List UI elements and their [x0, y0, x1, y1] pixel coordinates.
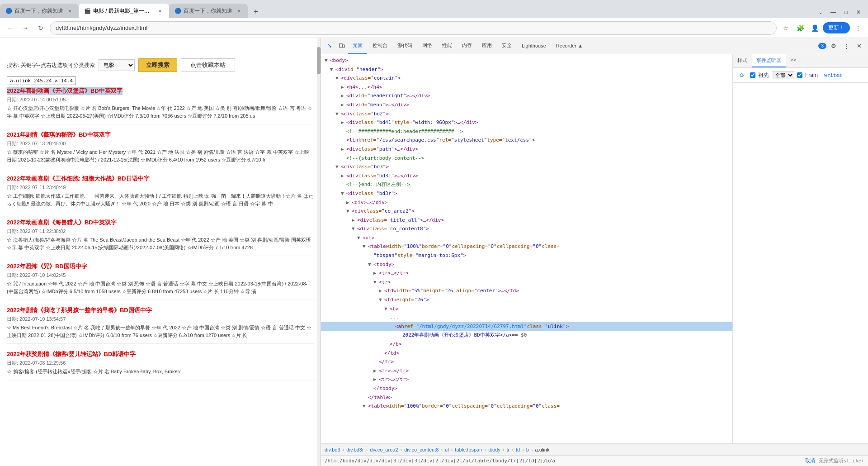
dom-line-bd3r[interactable]: ▼ <div class="bd3r">: [321, 189, 732, 198]
movie-title-4[interactable]: 2022年动画喜剧《海兽猎人》BD中英双字: [7, 219, 314, 227]
bookmark-star-button[interactable]: ☆: [779, 22, 792, 34]
movie-title-7[interactable]: 2022年获奖剧情《掮客/婴儿转运站》BD韩语中字: [7, 350, 314, 358]
extension-puzzle-button[interactable]: 🧩: [794, 22, 807, 34]
devtools-tab-performance[interactable]: 性能: [438, 38, 457, 54]
forward-button[interactable]: →: [19, 22, 32, 34]
update-button[interactable]: 更新！: [823, 22, 850, 33]
devtools-tab-sources[interactable]: 源代码: [393, 38, 417, 54]
dom-line-coarea2[interactable]: ▼ <div class="co_area2">: [321, 207, 732, 216]
dom-line-tr3[interactable]: ▶ <tr>…</tr>: [321, 366, 732, 376]
dom-line-link[interactable]: <link href="/css/searchpage.css" rel="st…: [321, 136, 732, 145]
dom-line-tr1[interactable]: ▶ <tr>…</tr>: [321, 269, 732, 278]
dom-line-table-close[interactable]: </table>: [321, 393, 732, 402]
search-category-select[interactable]: 电影: [99, 59, 135, 71]
frame-checkbox[interactable]: [797, 72, 802, 78]
devtools-tab-recorder[interactable]: Recorder ▲: [552, 38, 587, 54]
devtools-tab-lighthouse[interactable]: Lighthouse: [517, 38, 551, 54]
dom-line-contain[interactable]: ▼ <div class="contain">: [321, 74, 732, 83]
devtools-tab-application[interactable]: 应用: [477, 38, 496, 54]
dom-line-comment1[interactable]: <!--###########end:header###########-->: [321, 127, 732, 136]
dom-line-path[interactable]: ▶ <div class="path">…</div>: [321, 145, 732, 154]
new-tab-button[interactable]: +: [250, 5, 262, 18]
tab-3[interactable]: 🔵 百度一下，你就知道 ✕: [169, 4, 248, 18]
dom-toggle-body[interactable]: ▼: [325, 57, 330, 65]
devtools-tab-network[interactable]: 网络: [418, 38, 437, 54]
refresh-button[interactable]: ↻: [34, 22, 47, 34]
dom-line-a-text[interactable]: 2022年喜剧动画《开心汉堡店》BD中英双字</a> == $0: [321, 331, 732, 340]
dom-line-b-close[interactable]: </b>: [321, 340, 732, 349]
dom-line-ellipsis[interactable]: ...: [321, 313, 732, 322]
dom-line-titleall[interactable]: ▶ <div class="title_all">…</div>: [321, 216, 732, 225]
dom-line-table1-cont[interactable]: "tbspan" style="margin-top:6px">: [321, 251, 732, 260]
search-button[interactable]: 立即搜索: [138, 58, 177, 72]
dom-line-tr2[interactable]: ▼ <tr>: [321, 278, 732, 287]
dom-line-h4[interactable]: ▶ <h4>...</h4>: [321, 83, 732, 92]
event-refresh-button[interactable]: ⟳: [736, 70, 747, 81]
dom-line-table1[interactable]: ▼ <table width="100%" border="0" cellspa…: [321, 242, 732, 251]
movie-title-6[interactable]: 2022年剧情《我吃了那男孩一整年的早餐》BD国语中字: [7, 306, 314, 314]
dom-line-bd31[interactable]: ▶ <div class="bd31">…</div>: [321, 171, 732, 181]
dom-line-tr-close[interactable]: </tr>: [321, 357, 732, 366]
devtools-device-mode[interactable]: [336, 41, 347, 52]
breadcrumb-tbspan[interactable]: table.tbspan: [455, 447, 482, 452]
dom-line-bd2[interactable]: ▼ <div class="bd2">: [321, 109, 732, 119]
devtools-tab-console[interactable]: 控制台: [368, 38, 392, 54]
dom-line-td2[interactable]: ▼ <td height="26">: [321, 295, 732, 304]
dom-line-td-close[interactable]: </td>: [321, 349, 732, 358]
tab-1-close[interactable]: ✕: [66, 7, 73, 14]
dom-line-tr4[interactable]: ▶ <tr>…</tr>: [321, 375, 732, 384]
more-right-tabs[interactable]: >>: [786, 54, 801, 67]
xpath-cancel-button[interactable]: 取消: [805, 457, 815, 464]
dom-line-bd3[interactable]: ▼ <div class="bd3">: [321, 162, 732, 171]
dom-line-tbody[interactable]: ▼ <tbody>: [321, 260, 732, 269]
devtools-close[interactable]: ✕: [854, 41, 864, 52]
breadcrumb-aulink[interactable]: a.ulink: [535, 447, 550, 452]
dom-line-cocontent8[interactable]: ▼ <div class="co_content8">: [321, 224, 732, 233]
event-listener-tab[interactable]: 事件监听器: [752, 54, 786, 67]
maximize-button[interactable]: □: [840, 6, 852, 18]
tab-2[interactable]: 🎬 电影 / 最新电影_第一电影天堂 ✕: [79, 4, 169, 18]
back-button[interactable]: ←: [4, 22, 16, 34]
dom-line-ul[interactable]: ▼ <ul>: [321, 233, 732, 243]
devtools-tab-memory[interactable]: 内存: [458, 38, 476, 54]
movie-title-1[interactable]: 2022年喜剧动画《开心汉堡店》BD中英双字: [7, 87, 123, 95]
dom-line-bd41[interactable]: ▶ <div class="bd41" style="width: 960px"…: [321, 118, 732, 127]
devtools-select-element[interactable]: [325, 41, 335, 52]
dom-line-td1[interactable]: ▶ <td width="5%" height="26" align="cent…: [321, 286, 732, 295]
ancestor-checkbox[interactable]: [750, 72, 755, 78]
movie-title-3[interactable]: 2022年动画喜剧《工作细胞: 细胞大作战》BD日语中字: [7, 175, 314, 183]
dom-line-table2[interactable]: ▼ <table width="100%" border="0" cellspa…: [321, 402, 732, 411]
movie-title-5[interactable]: 2022年恐怖《咒》BD国语中字: [7, 262, 314, 271]
dom-line-comment3[interactable]: <!--}end: 内容区左侧-->: [321, 180, 732, 189]
tab-1[interactable]: 🔵 百度一下，你就知道 ✕: [0, 4, 79, 18]
dom-line-headerright[interactable]: ▶ <div id="headerright">…</div>: [321, 91, 732, 100]
dom-panel[interactable]: ▼ <body> ▼ <div id="header"> ▼ <div clas…: [321, 54, 732, 443]
devtools-more[interactable]: ⋮: [841, 41, 852, 52]
tab-2-close[interactable]: ✕: [156, 7, 164, 14]
breadcrumb-b[interactable]: b: [526, 447, 529, 452]
address-bar[interactable]: dytt8.net/html/gndy/dyzz/index.html: [50, 21, 777, 35]
movie-title-2[interactable]: 2021年剧情《薇琪的秘密》BD中英双字: [7, 131, 314, 139]
dom-line-menu[interactable]: ▶ <div id="menu">…</div>: [321, 100, 732, 109]
breadcrumb-coarea2[interactable]: div.co_area2: [370, 447, 398, 452]
scroll-thumb[interactable]: [317, 47, 321, 74]
breadcrumb-td[interactable]: td: [516, 447, 520, 452]
breadcrumb-bd3[interactable]: div.bd3: [325, 447, 340, 452]
devtools-tab-elements[interactable]: 元素: [348, 38, 367, 54]
breadcrumb-bd3r[interactable]: div.bd3r: [346, 447, 363, 452]
breadcrumb-ul[interactable]: ul: [445, 447, 449, 452]
dom-line-a-selected[interactable]: <a href="/html/gndy/dyzz/20220714/62797.…: [321, 322, 732, 331]
breadcrumb-cocontent8[interactable]: div.co_content8: [404, 447, 439, 452]
devtools-tab-security[interactable]: 安全: [497, 38, 516, 54]
tab-list-button[interactable]: ⌄: [815, 6, 826, 18]
scroll-indicator[interactable]: [317, 38, 321, 466]
breadcrumb-tr[interactable]: tr: [507, 447, 510, 452]
breadcrumb-tbody[interactable]: tbody: [488, 447, 500, 452]
dom-line-comment2[interactable]: <!--{start:body content-->: [321, 154, 732, 163]
profile-button[interactable]: 👤: [808, 22, 821, 34]
dom-line-div-collapsed[interactable]: ▶ <div>…</div>: [321, 198, 732, 207]
dom-line-b[interactable]: ▼ <b>: [321, 304, 732, 314]
more-button[interactable]: ⋮: [852, 22, 864, 34]
dom-line-body[interactable]: ▼ <body>: [321, 56, 732, 65]
bookmark-website-button[interactable]: 点击收藏本站: [181, 58, 235, 72]
